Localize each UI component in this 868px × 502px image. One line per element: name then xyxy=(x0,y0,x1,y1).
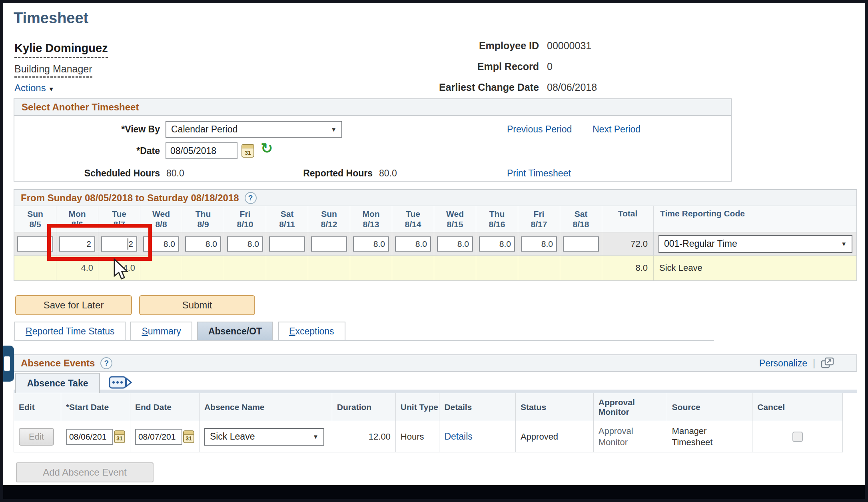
side-panel-knob-icon xyxy=(4,356,10,371)
refresh-icon[interactable]: ↻ xyxy=(261,140,273,157)
hours-input-4[interactable] xyxy=(185,236,221,252)
start-date-input[interactable] xyxy=(66,429,113,445)
date-label: *Date xyxy=(14,146,160,156)
sick-leave-cell-4 xyxy=(182,256,224,280)
actions-menu[interactable]: Actions▼ xyxy=(14,82,54,94)
new-window-icon[interactable] xyxy=(821,357,834,369)
bottom-bar xyxy=(3,485,865,499)
sick-leave-cell-7 xyxy=(308,256,350,280)
absence-name-value: Sick Leave xyxy=(210,431,255,442)
page-title: Timesheet xyxy=(14,10,88,27)
divider: | xyxy=(813,358,815,369)
add-absence-event-button[interactable]: Add Absence Event xyxy=(16,462,154,482)
personalize-link[interactable]: Personalize xyxy=(759,358,807,369)
day-header-sun-8-12: Sun8/12 xyxy=(308,206,350,232)
edit-button[interactable]: Edit xyxy=(19,428,54,446)
end-date-input[interactable] xyxy=(135,429,182,445)
previous-period-link[interactable]: Previous Period xyxy=(507,124,572,135)
calendar-icon[interactable]: 31 xyxy=(241,144,254,158)
chevron-down-icon: ▼ xyxy=(48,86,54,92)
approval-monitor-link[interactable]: Approval Monitor xyxy=(599,426,662,448)
hours-input-12[interactable] xyxy=(521,236,557,252)
hours-input-11[interactable] xyxy=(479,236,515,252)
employee-name[interactable]: Kylie Dominguez xyxy=(14,42,108,58)
view-by-select[interactable]: Calendar Period ▼ xyxy=(166,121,342,138)
actions-label: Actions xyxy=(14,82,46,93)
hours-input-5[interactable] xyxy=(227,236,263,252)
print-timesheet-link[interactable]: Print Timesheet xyxy=(507,168,571,179)
empl-record-value: 0 xyxy=(547,61,553,72)
next-period-link[interactable]: Next Period xyxy=(593,124,641,135)
absence-events-title: Absence Events xyxy=(21,358,95,369)
calendar-icon[interactable]: 31 xyxy=(183,430,194,443)
calendar-icon[interactable]: 31 xyxy=(114,430,125,443)
date-input[interactable] xyxy=(166,142,237,159)
column-header-cancel: Cancel xyxy=(752,393,843,421)
tab-exceptions[interactable]: Exceptions xyxy=(278,322,345,340)
trc-select[interactable]: 001-Regular Time▼ xyxy=(658,235,852,253)
reported-hours-value: 80.0 xyxy=(379,168,397,179)
hours-input-6[interactable] xyxy=(269,236,305,252)
trc-column-header: Time Reporting Code xyxy=(653,206,856,232)
tab-reported-time-status[interactable]: Reported Time Status xyxy=(14,322,126,340)
side-panel-handle[interactable] xyxy=(3,346,14,382)
column-header-unit-type: Unit Type xyxy=(395,393,439,421)
select-another-timesheet-panel: Select Another Timesheet *View By Calend… xyxy=(14,98,732,182)
day-header-thu-8-9: Thu8/9 xyxy=(182,206,224,232)
help-icon[interactable]: ? xyxy=(245,192,257,204)
absence-name-select[interactable]: Sick Leave ▼ xyxy=(204,428,324,446)
mouse-cursor xyxy=(113,258,129,281)
absence-events-section: Absence Events ? Personalize | Absence T… xyxy=(14,354,857,452)
sick-leave-cell-8 xyxy=(350,256,392,280)
earliest-change-date-value: 08/06/2018 xyxy=(547,82,597,93)
empl-record-label: Empl Record xyxy=(399,61,539,72)
save-for-later-button[interactable]: Save for Later xyxy=(15,295,132,315)
earliest-change-date-label: Earliest Change Date xyxy=(399,82,539,93)
help-icon[interactable]: ? xyxy=(100,357,112,369)
show-all-columns-icon[interactable] xyxy=(109,375,132,391)
tab-summary[interactable]: Summary xyxy=(130,322,192,340)
day-header-sat-8-11: Sat8/11 xyxy=(266,206,308,232)
tab-absence-take[interactable]: Absence Take xyxy=(15,373,100,393)
hours-input-9[interactable] xyxy=(395,236,431,252)
day-cell-5 xyxy=(224,232,266,255)
day-cell-12 xyxy=(518,232,560,255)
column-header-absence-name: Absence Name xyxy=(199,393,332,421)
day-header-wed-8-15: Wed8/15 xyxy=(434,206,476,232)
hours-input-7[interactable] xyxy=(311,236,347,252)
submit-button[interactable]: Submit xyxy=(139,295,255,315)
tab-absence-ot[interactable]: Absence/OT xyxy=(197,322,273,340)
duration-value: 12.00 xyxy=(332,421,395,452)
day-cell-8 xyxy=(350,232,392,255)
details-link[interactable]: Details xyxy=(444,431,472,442)
day-header-sat-8-18: Sat8/18 xyxy=(560,206,602,232)
hours-input-13[interactable] xyxy=(563,236,599,252)
hours-input-8[interactable] xyxy=(353,236,389,252)
chevron-down-icon: ▼ xyxy=(841,240,847,247)
total-column-header: Total xyxy=(602,206,653,232)
chevron-down-icon: ▼ xyxy=(313,433,319,440)
sick-leave-cell-10 xyxy=(434,256,476,280)
column-header-details: Details xyxy=(439,393,515,421)
tab-divider-line xyxy=(14,340,714,341)
employee-job-title[interactable]: Building Manager xyxy=(14,63,92,78)
day-cell-10 xyxy=(434,232,476,255)
day-header-fri-8-17: Fri8/17 xyxy=(518,206,560,232)
status-value: Approved xyxy=(515,421,593,452)
cancel-checkbox[interactable] xyxy=(792,432,803,442)
sick-leave-cell-11 xyxy=(476,256,518,280)
reported-hours-label: Reported Hours xyxy=(227,168,373,179)
row-total: 8.0 xyxy=(602,256,653,280)
day-header-mon-8-13: Mon8/13 xyxy=(350,206,392,232)
highlight-annotation xyxy=(47,224,152,261)
trc-readonly-label: Sick Leave xyxy=(653,256,856,280)
select-panel-title: Select Another Timesheet xyxy=(14,99,731,116)
sick-leave-cell-9 xyxy=(392,256,434,280)
row-total: 72.0 xyxy=(602,239,653,249)
absence-events-table: Edit*Start DateEnd DateAbsence NameDurat… xyxy=(14,393,843,452)
day-cell-4 xyxy=(182,232,224,255)
day-header-thu-8-16: Thu8/16 xyxy=(476,206,518,232)
day-cell-7 xyxy=(308,232,350,255)
column-header-status: Status xyxy=(515,393,593,421)
hours-input-10[interactable] xyxy=(437,236,473,252)
